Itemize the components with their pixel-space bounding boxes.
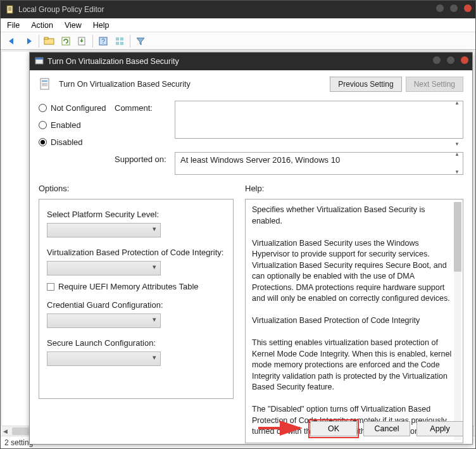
radio-enabled[interactable]: Enabled: [39, 120, 115, 130]
option-secure-launch-select[interactable]: [47, 351, 161, 366]
svg-rect-6: [62, 37, 70, 45]
radio-icon: [39, 121, 47, 129]
app-icon: [6, 5, 15, 14]
svg-rect-16: [41, 79, 49, 89]
toolbar-folder-icon[interactable]: [42, 34, 57, 48]
svg-rect-5: [44, 37, 48, 39]
svg-rect-12: [116, 42, 119, 45]
menu-action[interactable]: Action: [31, 21, 53, 30]
toolbar-export-icon[interactable]: [75, 34, 90, 48]
help-label: Help:: [245, 184, 463, 194]
option-credguard-select[interactable]: [47, 313, 161, 328]
supported-scrollbar[interactable]: ▲▼: [454, 152, 462, 175]
options-label: Options:: [39, 184, 234, 194]
ok-button[interactable]: OK: [310, 421, 357, 436]
help-p3: Virtualization Based Protection of Code …: [252, 315, 456, 327]
dialog-close-button[interactable]: [461, 56, 468, 64]
toolbar-grid-icon[interactable]: [112, 34, 127, 48]
radio-label: Enabled: [51, 120, 81, 130]
comment-scrollbar[interactable]: ▲▼: [454, 101, 462, 147]
svg-text:?: ?: [101, 38, 105, 45]
apply-button[interactable]: Apply: [416, 421, 463, 436]
option-platform-level-label: Select Platform Security Level:: [47, 210, 225, 219]
menu-help[interactable]: Help: [93, 21, 110, 30]
svg-rect-15: [35, 58, 43, 60]
maximize-button[interactable]: [450, 4, 458, 12]
minimize-button[interactable]: [436, 4, 444, 12]
help-p4: This setting enables virtualization base…: [252, 338, 456, 393]
dialog-minimize-button[interactable]: [433, 56, 441, 64]
menu-view[interactable]: View: [65, 21, 82, 30]
dialog-title: Turn On Virtualization Based Security: [47, 57, 179, 66]
option-vbprot-select[interactable]: [47, 261, 161, 275]
option-uefi-label: Require UEFI Memory Attributes Table: [58, 282, 199, 291]
setting-icon: [39, 77, 53, 91]
radio-icon: [39, 104, 47, 112]
svg-rect-18: [42, 83, 47, 84]
menu-file[interactable]: File: [7, 21, 20, 30]
menubar: File Action View Help: [1, 18, 475, 32]
setting-title: Turn On Virtualization Based Security: [59, 80, 323, 89]
option-secure-launch-label: Secure Launch Configuration:: [47, 338, 225, 348]
dialog-icon: [35, 56, 44, 67]
next-setting-button: Next Setting: [406, 77, 463, 92]
svg-rect-0: [7, 6, 13, 13]
radio-label: Not Configured: [51, 103, 106, 113]
toolbar-refresh-icon[interactable]: [58, 34, 73, 48]
help-panel: Specifies whether Virtualization Based S…: [245, 199, 463, 443]
comment-label: Comment:: [115, 101, 175, 147]
toolbar-help-icon[interactable]: ?: [96, 34, 111, 48]
svg-rect-13: [120, 42, 123, 45]
comment-textarea[interactable]: [175, 101, 463, 139]
radio-label: Disabled: [51, 137, 83, 147]
radio-not-configured[interactable]: Not Configured: [39, 103, 115, 113]
option-uefi-checkbox-row[interactable]: Require UEFI Memory Attributes Table: [47, 282, 225, 291]
svg-rect-20: [42, 85, 47, 86]
close-button[interactable]: [464, 4, 472, 12]
help-p1: Specifies whether Virtualization Based S…: [252, 205, 456, 227]
parent-title: Local Group Policy Editor: [18, 5, 104, 14]
back-button[interactable]: [4, 34, 20, 48]
previous-setting-button[interactable]: Previous Setting: [330, 77, 401, 92]
help-scrollbar[interactable]: [454, 202, 461, 440]
svg-rect-17: [42, 80, 47, 82]
radio-disabled[interactable]: Disabled: [39, 137, 115, 147]
parent-titlebar[interactable]: Local Group Policy Editor: [1, 1, 475, 18]
option-platform-level-select[interactable]: [47, 223, 161, 237]
supported-on-field: At least Windows Server 2016, Windows 10: [175, 152, 463, 175]
svg-rect-10: [116, 37, 119, 41]
cancel-button[interactable]: Cancel: [363, 421, 410, 436]
supported-value: At least Windows Server 2016, Windows 10: [180, 155, 340, 165]
option-credguard-label: Credential Guard Configuration:: [47, 300, 225, 310]
svg-rect-19: [42, 84, 47, 85]
option-vbprot-label: Virtualization Based Protection of Code …: [47, 248, 225, 257]
help-p2: Virtualization Based Security uses the W…: [252, 238, 456, 305]
svg-rect-11: [120, 37, 123, 41]
toolbar-filter-icon[interactable]: [133, 34, 148, 48]
options-panel: Select Platform Security Level: Virtuali…: [39, 199, 234, 399]
toolbar: ?: [1, 32, 475, 50]
dialog-titlebar[interactable]: Turn On Virtualization Based Security: [30, 53, 472, 70]
dialog-maximize-button[interactable]: [447, 56, 454, 64]
checkbox-icon: [47, 283, 54, 291]
policy-setting-dialog: Turn On Virtualization Based Security Tu…: [29, 52, 473, 445]
radio-icon: [39, 138, 47, 146]
annotation-arrow: [256, 419, 306, 438]
supported-label: Supported on:: [115, 148, 175, 175]
forward-button[interactable]: [21, 34, 36, 48]
